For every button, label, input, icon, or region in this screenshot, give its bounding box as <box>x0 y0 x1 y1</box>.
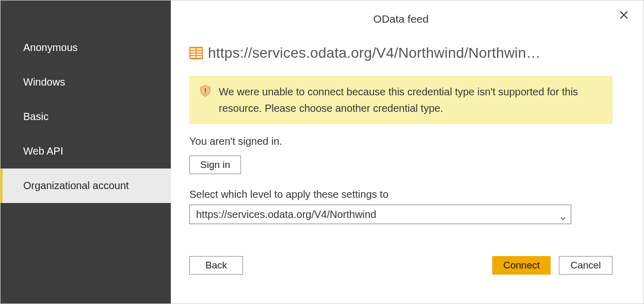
sidebar-item-anonymous[interactable]: Anonymous <box>1 30 171 65</box>
sidebar-item-label: Anonymous <box>23 42 78 53</box>
back-button[interactable]: Back <box>189 256 243 275</box>
warning-message: We were unable to connect because this c… <box>219 83 601 116</box>
svg-rect-4 <box>197 51 202 53</box>
data-source-url-row: https://services.odata.org/V4/Northwind/… <box>189 45 613 61</box>
svg-rect-10 <box>205 93 206 94</box>
data-source-url: https://services.odata.org/V4/Northwind/… <box>208 45 541 61</box>
sidebar-item-windows[interactable]: Windows <box>1 65 171 99</box>
close-icon <box>619 10 629 22</box>
odata-source-icon <box>189 47 203 59</box>
signin-status: You aren't signed in. <box>189 136 613 147</box>
level-select-label: Select which level to apply these settin… <box>189 189 613 200</box>
close-button[interactable] <box>617 9 631 23</box>
svg-rect-2 <box>197 48 202 50</box>
level-select[interactable]: https://services.odata.org/V4/Northwind <box>189 205 571 224</box>
svg-rect-5 <box>190 54 196 55</box>
dialog-title: OData feed <box>189 13 613 25</box>
svg-rect-7 <box>190 56 196 58</box>
sidebar-item-label: Organizational account <box>23 180 129 191</box>
level-select-value: https://services.odata.org/V4/Northwind <box>196 209 376 221</box>
warning-shield-icon <box>199 85 212 97</box>
svg-rect-8 <box>197 56 202 58</box>
sidebar-item-label: Windows <box>23 76 65 88</box>
dialog-footer: Back Connect Cancel <box>189 256 613 275</box>
sidebar-item-basic[interactable]: Basic <box>1 99 171 134</box>
connect-button[interactable]: Connect <box>492 256 551 275</box>
warning-banner: We were unable to connect because this c… <box>189 76 613 124</box>
svg-rect-6 <box>197 54 202 55</box>
svg-rect-1 <box>190 48 196 50</box>
svg-rect-3 <box>190 51 196 53</box>
sign-in-button[interactable]: Sign in <box>189 156 241 174</box>
auth-type-sidebar: Anonymous Windows Basic Web API Organiza… <box>1 1 171 303</box>
sidebar-item-organizational-account[interactable]: Organizational account <box>1 168 171 203</box>
main-panel: OData feed https://services.odata.org/V4… <box>171 1 643 303</box>
sidebar-item-web-api[interactable]: Web API <box>1 134 171 168</box>
svg-rect-9 <box>205 88 206 92</box>
sidebar-item-label: Web API <box>23 145 63 157</box>
odata-auth-dialog: Anonymous Windows Basic Web API Organiza… <box>0 0 644 304</box>
chevron-down-icon <box>560 212 566 217</box>
sidebar-item-label: Basic <box>23 111 49 122</box>
cancel-button[interactable]: Cancel <box>559 256 613 275</box>
